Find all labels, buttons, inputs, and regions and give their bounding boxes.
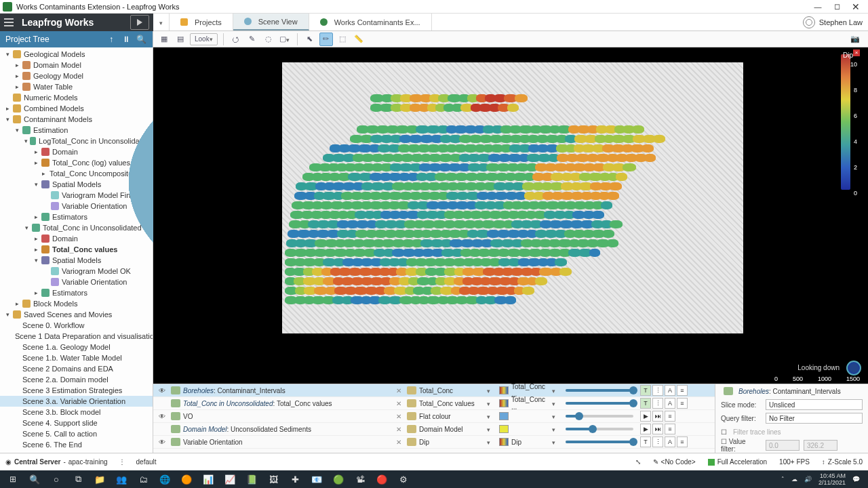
server-status[interactable]: ◉ Central Server - apac-training	[5, 458, 108, 466]
taskbar-app[interactable]: 📁	[90, 471, 110, 487]
style-button[interactable]: T	[640, 385, 651, 396]
attr-dropdown[interactable]	[487, 426, 496, 433]
taskbar-app[interactable]: ✚	[285, 471, 305, 487]
legend-dropdown[interactable]	[552, 413, 561, 420]
taskbar-app[interactable]: 📽	[350, 471, 370, 487]
color-swatch[interactable]	[499, 412, 509, 420]
3d-viewport[interactable]: × Dip 10 8 6 4 2 0 Looking down 05001000…	[153, 47, 868, 384]
tree-item[interactable]: ▸Estimators	[0, 211, 153, 222]
taskbar-app[interactable]: 📧	[307, 471, 327, 487]
expand-icon[interactable]	[42, 203, 50, 210]
expand-icon[interactable]	[14, 387, 21, 394]
expand-icon[interactable]	[14, 398, 21, 405]
more-button[interactable]: ≡	[665, 411, 675, 422]
legend-dropdown[interactable]	[552, 400, 561, 407]
visibility-toggle[interactable]: 👁	[156, 439, 168, 446]
expand-icon[interactable]: ▾	[4, 51, 12, 58]
play-button[interactable]: ▶	[640, 411, 651, 422]
expand-icon[interactable]: ▸	[33, 289, 40, 297]
maximize-button[interactable]: ◻	[827, 1, 846, 13]
taskbar-app[interactable]: 🔴	[372, 471, 392, 487]
expand-icon[interactable]	[42, 192, 50, 199]
style-button[interactable]: A	[665, 436, 675, 447]
step-button[interactable]: ⏭	[652, 424, 663, 434]
color-swatch[interactable]	[499, 386, 509, 394]
tree-item[interactable]: ▾Total_Conc in Unconsolidated	[0, 222, 153, 233]
tree-item[interactable]: Scene 3.b. Block model	[0, 407, 153, 418]
style-button[interactable]: T	[640, 398, 651, 409]
tree-item[interactable]: ▾LogTotal_Conc in Unconsolidated	[0, 136, 153, 146]
color-swatch[interactable]	[499, 438, 509, 446]
code-status[interactable]: ✎ <No Code>	[653, 458, 696, 466]
clock[interactable]: 10:45 AM2/11/2021	[818, 472, 846, 486]
remove-layer-button[interactable]: ✕	[393, 426, 404, 433]
tree-item[interactable]: ▾Saved Scenes and Movies	[0, 309, 153, 320]
expand-icon[interactable]	[14, 409, 21, 416]
tree-item[interactable]: ▸Domain	[0, 233, 153, 244]
taskbar-app[interactable]: 📊	[198, 471, 218, 487]
style-button[interactable]: ⋮	[652, 436, 663, 447]
compass-icon[interactable]	[846, 361, 861, 375]
remove-layer-button[interactable]: ✕	[393, 439, 404, 446]
attr-dropdown[interactable]	[487, 400, 496, 407]
tool-pick[interactable]: ✎	[245, 33, 259, 46]
close-button[interactable]: ✕	[846, 1, 865, 13]
tree-item[interactable]: Scene 1.b. Water Table Model	[0, 352, 153, 363]
opacity-slider[interactable]	[566, 415, 633, 418]
attr-dropdown[interactable]	[487, 387, 496, 394]
tab-projects[interactable]: Projects	[170, 14, 233, 30]
expand-icon[interactable]	[14, 322, 21, 329]
color-legend[interactable]: × Dip 10 8 6 4 2 0	[838, 54, 859, 190]
present-button[interactable]	[130, 15, 149, 30]
expand-icon[interactable]: ▾	[14, 127, 21, 134]
color-swatch[interactable]	[499, 399, 509, 407]
tree-item[interactable]: Scene 3.a. Variable Orientation	[0, 396, 153, 407]
tree-item[interactable]: Scene 2 Domains and EDA	[0, 363, 153, 374]
cortana-button[interactable]: ○	[46, 471, 66, 487]
tree-item[interactable]: Scene 5. Call to action	[0, 428, 153, 439]
query-filter-select[interactable]: No Filter	[766, 413, 863, 424]
tree-item[interactable]: Scene 3 Estimation Strategies	[0, 385, 153, 396]
view-front-button[interactable]: ▦	[157, 33, 171, 46]
expand-icon[interactable]: ▾	[23, 138, 28, 145]
style-button[interactable]: ⋮	[652, 398, 663, 409]
tray-up-icon[interactable]: ˄	[781, 476, 785, 483]
expand-icon[interactable]: ▾	[33, 257, 40, 264]
tray-icon[interactable]: ☁	[791, 476, 797, 483]
tool-orbit[interactable]: ⭯	[229, 33, 243, 46]
more-button[interactable]: ≡	[665, 424, 675, 434]
style-button[interactable]: T	[640, 436, 651, 447]
opacity-slider[interactable]	[566, 428, 633, 430]
opacity-slider[interactable]	[566, 389, 633, 392]
expand-icon[interactable]: ▾	[4, 116, 12, 123]
expand-icon[interactable]: ▸	[14, 62, 21, 69]
taskbar-app[interactable]: 📗	[241, 471, 262, 487]
tool-measure[interactable]: ✏	[319, 33, 333, 46]
tool-ruler[interactable]: 📏	[352, 33, 366, 46]
legend-dropdown[interactable]	[552, 426, 561, 433]
play-button[interactable]: ▶	[640, 424, 651, 434]
tree-item[interactable]: ▸Total_Conc values	[0, 244, 153, 255]
expand-icon[interactable]: ▾	[23, 224, 31, 232]
tool-cursor[interactable]: ⬉	[303, 33, 317, 46]
remove-layer-button[interactable]: ✕	[393, 387, 404, 394]
style-button[interactable]: A	[665, 398, 675, 409]
tree-item[interactable]: ▾Geological Models	[0, 49, 153, 60]
tree-up-button[interactable]: ↑	[105, 33, 117, 45]
expand-icon[interactable]	[42, 279, 50, 286]
menu-button[interactable]	[0, 14, 18, 31]
expand-icon[interactable]	[42, 268, 50, 275]
expand-icon[interactable]	[14, 441, 21, 449]
tree-item[interactable]: Scene 2.a. Domain model	[0, 374, 153, 385]
layer-row[interactable]: Domain Model: Unconsolidated Sediments✕D…	[153, 423, 715, 436]
tree-item[interactable]: ▸Geology Model	[0, 70, 153, 81]
opacity-slider[interactable]	[566, 441, 633, 443]
tree-item[interactable]: Variable Orientation	[0, 277, 153, 287]
tool-plane[interactable]: ⬚	[336, 33, 349, 46]
tool-box[interactable]: ▢	[278, 33, 292, 46]
tool-lasso[interactable]: ◌	[262, 33, 275, 46]
visibility-toggle[interactable]: 👁	[156, 413, 168, 420]
tree-item[interactable]: Scene 4. Support slide	[0, 418, 153, 428]
expand-icon[interactable]: ▸	[33, 159, 40, 167]
layer-row[interactable]: 👁VO✕Flat colour▶⏭≡	[153, 410, 715, 423]
